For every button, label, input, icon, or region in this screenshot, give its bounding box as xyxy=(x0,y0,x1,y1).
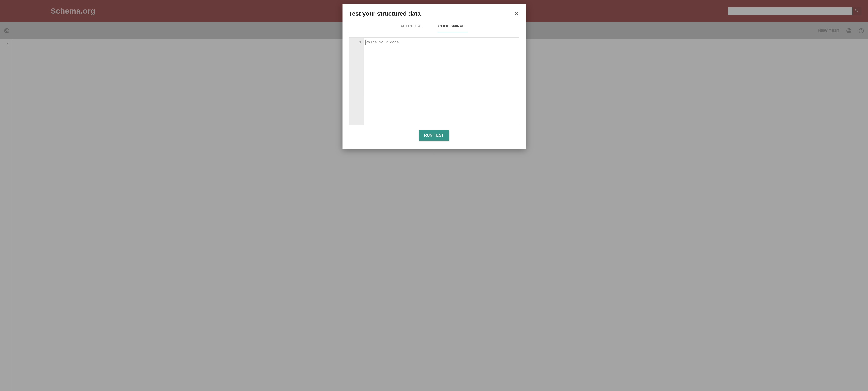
run-test-button[interactable]: RUN TEST xyxy=(419,130,449,141)
modal-tabs: FETCH URL CODE SNIPPET xyxy=(349,22,519,32)
close-button[interactable] xyxy=(514,10,519,17)
close-icon xyxy=(514,10,519,17)
text-caret xyxy=(365,40,366,45)
code-editor-gutter: 1 xyxy=(349,37,364,125)
test-structured-data-modal: Test your structured data FETCH URL CODE… xyxy=(342,4,526,148)
code-editor-area xyxy=(364,37,519,125)
code-input[interactable] xyxy=(364,37,519,125)
tab-code-snippet[interactable]: CODE SNIPPET xyxy=(438,22,468,32)
tab-fetch-url[interactable]: FETCH URL xyxy=(400,22,424,32)
modal-header: Test your structured data xyxy=(342,4,526,17)
modal-title: Test your structured data xyxy=(349,10,421,17)
line-number: 1 xyxy=(359,40,362,45)
code-editor: 1 xyxy=(349,37,519,125)
